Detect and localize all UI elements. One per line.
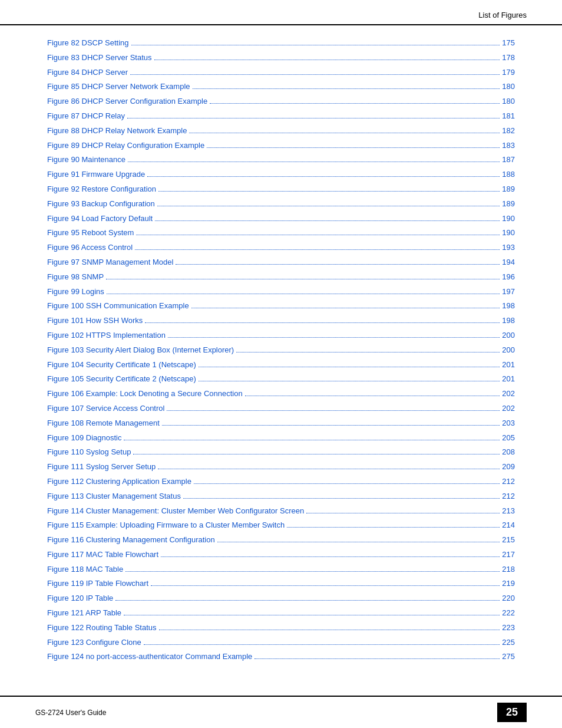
toc-link[interactable]: Figure 87 DHCP Relay <box>47 110 125 123</box>
toc-page-number[interactable]: 203 <box>502 417 515 430</box>
toc-page-number[interactable]: 197 <box>502 286 515 298</box>
toc-link[interactable]: Figure 109 Diagnostic <box>47 432 121 444</box>
toc-link[interactable]: Figure 112 Clustering Application Exampl… <box>47 476 191 488</box>
toc-dots <box>147 176 500 177</box>
toc-link[interactable]: Figure 105 Security Certificate 2 (Netsc… <box>47 373 196 386</box>
toc-link[interactable]: Figure 108 Remote Management <box>47 417 160 430</box>
toc-link[interactable]: Figure 119 IP Table Flowchart <box>47 578 148 590</box>
toc-page-number[interactable]: 190 <box>502 213 515 225</box>
toc-entry: Figure 99 Logins197 <box>47 286 515 298</box>
toc-dots <box>183 498 500 499</box>
toc-page-number[interactable]: 212 <box>502 490 515 503</box>
toc-link[interactable]: Figure 94 Load Factory Default <box>47 213 153 225</box>
toc-page-number[interactable]: 180 <box>502 81 515 93</box>
toc-dots <box>207 147 500 148</box>
toc-link[interactable]: Figure 86 DHCP Server Configuration Exam… <box>47 95 207 108</box>
toc-link[interactable]: Figure 104 Security Certificate 1 (Netsc… <box>47 359 196 371</box>
toc-page-number[interactable]: 182 <box>502 125 515 137</box>
toc-link[interactable]: Figure 84 DHCP Server <box>47 67 128 79</box>
toc-link[interactable]: Figure 115 Example: Uploading Firmware t… <box>47 519 285 532</box>
toc-entry: Figure 84 DHCP Server179 <box>47 67 515 79</box>
toc-page-number[interactable]: 200 <box>502 344 515 357</box>
toc-link[interactable]: Figure 121 ARP Table <box>47 607 121 620</box>
toc-page-number[interactable]: 212 <box>502 476 515 488</box>
toc-page-number[interactable]: 188 <box>502 169 515 181</box>
toc-link[interactable]: Figure 116 Clustering Management Configu… <box>47 534 215 546</box>
toc-link[interactable]: Figure 89 DHCP Relay Configuration Examp… <box>47 140 204 152</box>
toc-content: Figure 82 DSCP Setting175Figure 83 DHCP … <box>0 37 562 677</box>
toc-link[interactable]: Figure 82 DSCP Setting <box>47 37 129 50</box>
toc-page-number[interactable]: 183 <box>502 140 515 152</box>
toc-page-number[interactable]: 213 <box>502 505 515 518</box>
toc-link[interactable]: Figure 88 DHCP Relay Network Example <box>47 125 187 137</box>
toc-page-number[interactable]: 205 <box>502 432 515 444</box>
toc-page-number[interactable]: 178 <box>502 52 515 64</box>
toc-link[interactable]: Figure 92 Restore Configuration <box>47 183 156 196</box>
toc-link[interactable]: Figure 124 no port-access-authenticator … <box>47 651 252 663</box>
toc-link[interactable]: Figure 95 Reboot System <box>47 227 134 239</box>
toc-link[interactable]: Figure 106 Example: Lock Denoting a Secu… <box>47 388 243 400</box>
toc-page-number[interactable]: 209 <box>502 461 515 473</box>
toc-page-number[interactable]: 198 <box>502 300 515 312</box>
toc-dots <box>306 513 500 513</box>
toc-link[interactable]: Figure 100 SSH Communication Example <box>47 300 189 312</box>
toc-link[interactable]: Figure 91 Firmware Upgrade <box>47 169 145 181</box>
toc-link[interactable]: Figure 111 Syslog Server Setup <box>47 461 156 473</box>
toc-link[interactable]: Figure 90 Maintenance <box>47 154 125 166</box>
toc-link[interactable]: Figure 117 MAC Table Flowchart <box>47 549 158 561</box>
toc-page-number[interactable]: 222 <box>502 607 515 620</box>
toc-entry: Figure 121 ARP Table222 <box>47 607 515 620</box>
toc-page-number[interactable]: 202 <box>502 403 515 415</box>
toc-link[interactable]: Figure 83 DHCP Server Status <box>47 52 152 64</box>
toc-link[interactable]: Figure 101 How SSH Works <box>47 315 143 327</box>
footer-product-name: GS-2724 User's Guide <box>35 709 106 717</box>
toc-page-number[interactable]: 215 <box>502 534 515 546</box>
toc-dots <box>176 264 500 265</box>
toc-link[interactable]: Figure 102 HTTPS Implementation <box>47 330 166 342</box>
toc-link[interactable]: Figure 85 DHCP Server Network Example <box>47 81 190 93</box>
toc-page-number[interactable]: 201 <box>502 359 515 371</box>
toc-link[interactable]: Figure 97 SNMP Management Model <box>47 256 173 269</box>
toc-page-number[interactable]: 202 <box>502 388 515 400</box>
toc-link[interactable]: Figure 123 Configure Clone <box>47 637 141 649</box>
toc-page-number[interactable]: 201 <box>502 373 515 386</box>
toc-page-number[interactable]: 218 <box>502 564 515 576</box>
toc-entry: Figure 116 Clustering Management Configu… <box>47 534 515 546</box>
toc-page-number[interactable]: 196 <box>502 271 515 284</box>
toc-page-number[interactable]: 190 <box>502 227 515 239</box>
toc-page-number[interactable]: 180 <box>502 95 515 108</box>
toc-page-number[interactable]: 220 <box>502 592 515 605</box>
toc-dots <box>254 658 500 659</box>
toc-link[interactable]: Figure 98 SNMP <box>47 271 104 284</box>
toc-link[interactable]: Figure 120 IP Table <box>47 592 113 605</box>
toc-link[interactable]: Figure 107 Service Access Control <box>47 403 164 415</box>
toc-page-number[interactable]: 189 <box>502 183 515 196</box>
toc-page-number[interactable]: 214 <box>502 519 515 532</box>
toc-page-number[interactable]: 189 <box>502 198 515 210</box>
toc-page-number[interactable]: 175 <box>502 37 515 50</box>
toc-page-number[interactable]: 194 <box>502 256 515 269</box>
toc-page-number[interactable]: 198 <box>502 315 515 327</box>
toc-link[interactable]: Figure 93 Backup Configuration <box>47 198 155 210</box>
toc-page-number[interactable]: 275 <box>502 651 515 663</box>
toc-link[interactable]: Figure 99 Logins <box>47 286 104 298</box>
toc-page-number[interactable]: 208 <box>502 446 515 459</box>
toc-page-number[interactable]: 219 <box>502 578 515 590</box>
toc-link[interactable]: Figure 103 Security Alert Dialog Box (In… <box>47 344 234 357</box>
toc-link[interactable]: Figure 122 Routing Table Status <box>47 622 157 634</box>
toc-link[interactable]: Figure 114 Cluster Management: Cluster M… <box>47 505 304 518</box>
toc-link[interactable]: Figure 118 MAC Table <box>47 564 123 576</box>
toc-page-number[interactable]: 193 <box>502 242 515 254</box>
toc-link[interactable]: Figure 96 Access Control <box>47 242 133 254</box>
toc-page-number[interactable]: 217 <box>502 549 515 561</box>
toc-page-number[interactable]: 179 <box>502 67 515 79</box>
toc-page-number[interactable]: 187 <box>502 154 515 166</box>
toc-link[interactable]: Figure 113 Cluster Management Status <box>47 490 181 503</box>
toc-page-number[interactable]: 200 <box>502 330 515 342</box>
toc-dots <box>130 74 500 75</box>
toc-page-number[interactable]: 223 <box>502 622 515 634</box>
toc-link[interactable]: Figure 110 Syslog Setup <box>47 446 131 459</box>
header-title: List of Figures <box>478 11 527 19</box>
toc-page-number[interactable]: 181 <box>502 110 515 123</box>
toc-page-number[interactable]: 225 <box>502 637 515 649</box>
